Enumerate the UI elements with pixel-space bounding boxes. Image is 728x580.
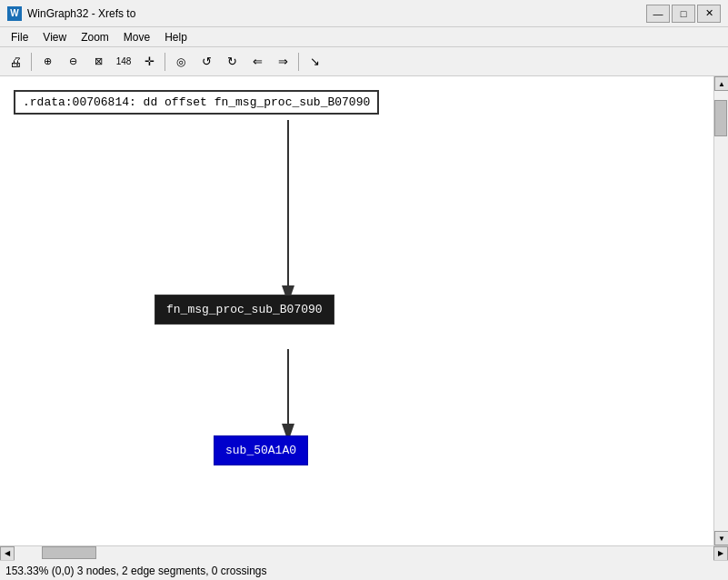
scroll-left-button[interactable]: ◀ <box>0 546 15 561</box>
node-sub[interactable]: sub_50A1A0 <box>214 435 308 465</box>
scroll-track-horizontal[interactable] <box>15 546 713 561</box>
menu-file[interactable]: File <box>4 29 35 45</box>
next-button[interactable]: ⇒ <box>271 51 294 73</box>
scroll-track-vertical[interactable] <box>714 91 728 531</box>
maximize-button[interactable]: □ <box>672 5 695 23</box>
arrow-tool-button[interactable]: ↘ <box>303 51 326 73</box>
separator-2 <box>165 53 165 71</box>
minimize-button[interactable]: — <box>646 5 670 23</box>
print-button[interactable]: 🖨 <box>4 51 27 73</box>
content-wrapper: .rdata:00706814: dd offset fn_msg_proc_s… <box>0 76 728 545</box>
separator-3 <box>298 53 299 71</box>
close-button[interactable]: ✕ <box>697 5 721 23</box>
zoom-in-button[interactable]: ⊕ <box>35 51 59 73</box>
graph-arrows <box>0 76 713 545</box>
title-bar: W WinGraph32 - Xrefs to — □ ✕ <box>0 0 728 27</box>
node-rdata[interactable]: .rdata:00706814: dd offset fn_msg_proc_s… <box>14 90 379 115</box>
refresh-button[interactable]: ↺ <box>194 51 218 73</box>
fit-button[interactable]: ⊠ <box>86 51 110 73</box>
separator-1 <box>31 53 32 71</box>
status-bar: 153.33% (0,0) 3 nodes, 2 edge segments, … <box>0 560 728 580</box>
vertical-scrollbar[interactable]: ▲ ▼ <box>713 76 728 545</box>
menu-move[interactable]: Move <box>116 29 157 45</box>
scroll-thumb-vertical[interactable] <box>714 100 727 136</box>
scroll-thumb-horizontal[interactable] <box>42 546 96 559</box>
status-text: 153.33% (0,0) 3 nodes, 2 edge segments, … <box>5 565 267 577</box>
menu-zoom[interactable]: Zoom <box>74 29 116 45</box>
layout-button[interactable]: ◎ <box>169 51 193 73</box>
percent-button[interactable]: 148 <box>112 51 135 73</box>
menu-help[interactable]: Help <box>157 29 194 45</box>
scroll-up-button[interactable]: ▲ <box>714 76 728 91</box>
crosshair-button[interactable]: ✛ <box>137 51 161 73</box>
graph-canvas[interactable]: .rdata:00706814: dd offset fn_msg_proc_s… <box>0 76 713 545</box>
node-fn-msg-proc[interactable]: fn_msg_proc_sub_B07090 <box>155 295 334 325</box>
scroll-down-button[interactable]: ▼ <box>714 531 728 545</box>
horizontal-scrollbar[interactable]: ◀ ▶ <box>0 545 728 560</box>
forward-button[interactable]: ↻ <box>220 51 244 73</box>
toolbar: 🖨 ⊕ ⊖ ⊠ 148 ✛ ◎ ↺ ↻ ⇐ ⇒ ↘ <box>0 47 728 76</box>
back-button[interactable]: ⇐ <box>245 51 269 73</box>
zoom-out-button[interactable]: ⊖ <box>61 51 85 73</box>
app-icon: W <box>7 6 22 21</box>
scroll-right-button[interactable]: ▶ <box>713 546 728 561</box>
window-title: WinGraph32 - Xrefs to <box>27 7 644 20</box>
menu-bar: File View Zoom Move Help <box>0 27 728 47</box>
menu-view[interactable]: View <box>35 29 74 45</box>
